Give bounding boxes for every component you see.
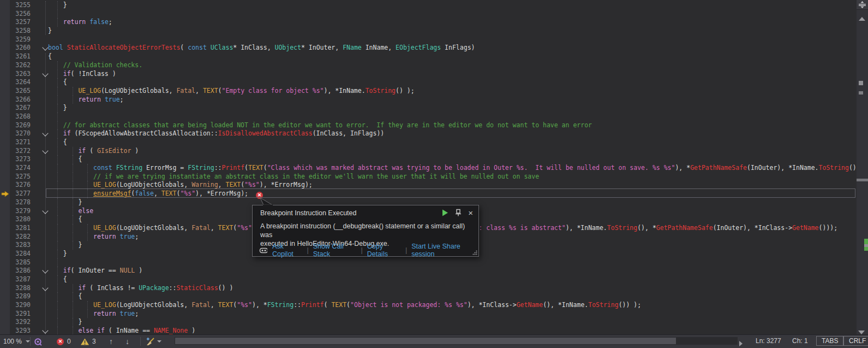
- code-line[interactable]: 3261{: [0, 52, 857, 61]
- code-line[interactable]: 3269 // for abstract classes that are be…: [0, 121, 857, 130]
- code-line[interactable]: 3262 // Validation checks.: [0, 61, 857, 70]
- code-text[interactable]: }: [0, 241, 82, 250]
- editor-split-handle[interactable]: [857, 0, 868, 10]
- code-text[interactable]: {: [0, 275, 67, 284]
- code-line[interactable]: 3287 {: [0, 275, 857, 284]
- code-line[interactable]: 3286 if( InOuter == NULL ): [0, 267, 857, 275]
- start-live-share-link[interactable]: Start Live Share session: [411, 243, 476, 258]
- broom-icon: [145, 337, 155, 346]
- scrollbar-mark: [859, 91, 863, 95]
- code-text[interactable]: {: [0, 292, 82, 301]
- code-text[interactable]: if( !InClass ): [0, 70, 116, 79]
- code-line[interactable]: 3258}: [0, 27, 857, 36]
- breakpoint-popup[interactable]: Breakpoint Instruction Executed × A brea…: [252, 205, 479, 257]
- code-text[interactable]: {: [0, 138, 67, 147]
- code-line[interactable]: 3263 if( !InClass ): [0, 70, 857, 79]
- code-line[interactable]: 3290 UE_LOG(LogUObjectGlobals, Fatal, TE…: [0, 301, 857, 310]
- code-line[interactable]: 3270 if (FScopedAllowAbstractClassAlloca…: [0, 129, 857, 138]
- code-text[interactable]: return true;: [0, 233, 139, 241]
- code-line[interactable]: 3267 }: [0, 104, 857, 113]
- code-text[interactable]: }: [0, 1, 67, 10]
- code-text[interactable]: UE_LOG(LogUObjectGlobals, Fatal, TEXT("E…: [0, 87, 415, 96]
- scrollbar-thumb[interactable]: [857, 179, 868, 181]
- code-text[interactable]: }: [0, 104, 67, 113]
- line-indicator[interactable]: Ln: 3277: [756, 334, 781, 347]
- code-line[interactable]: 3255 }: [0, 1, 857, 10]
- code-line[interactable]: 3271 {: [0, 138, 857, 147]
- code-text[interactable]: [0, 113, 63, 121]
- code-line[interactable]: 3289 {: [0, 292, 857, 301]
- code-text[interactable]: else: [0, 207, 93, 216]
- code-line[interactable]: 3257 return false;: [0, 18, 857, 27]
- pin-icon[interactable]: [455, 209, 462, 216]
- tabs-indicator[interactable]: TABS: [816, 334, 843, 347]
- code-line[interactable]: 3266 return true;: [0, 96, 857, 104]
- code-text[interactable]: if( InOuter == NULL ): [0, 267, 142, 275]
- tabs-indicator-value: TABS: [816, 336, 843, 346]
- code-text[interactable]: {: [0, 78, 67, 87]
- code-line[interactable]: 3291 return true;: [0, 310, 857, 318]
- vertical-scrollbar[interactable]: [857, 0, 868, 334]
- code-line[interactable]: 3268: [0, 113, 857, 121]
- line-indicator-value: Ln: 3277: [756, 337, 781, 345]
- error-count[interactable]: ✕ 0: [57, 335, 71, 348]
- prev-issue-button[interactable]: ↑: [109, 335, 113, 348]
- zoom-control[interactable]: 100 %: [3, 335, 30, 348]
- eol-indicator[interactable]: CRLF: [843, 334, 868, 347]
- code-text[interactable]: // Validation checks.: [0, 61, 142, 70]
- hscroll-thumb[interactable]: [175, 338, 676, 344]
- code-line[interactable]: 3274 const FString ErrorMsg = FString::P…: [0, 164, 857, 173]
- popup-resize-grip[interactable]: [472, 250, 477, 255]
- code-line[interactable]: 3292 }: [0, 318, 857, 327]
- code-text[interactable]: }: [0, 198, 82, 207]
- popup-callout-pointer: [259, 198, 273, 205]
- arrow-up-icon: [859, 17, 865, 21]
- warning-count[interactable]: 3: [81, 335, 96, 348]
- code-text[interactable]: {: [0, 155, 82, 164]
- code-line[interactable]: 3256: [0, 10, 857, 19]
- code-line[interactable]: 3265 UE_LOG(LogUObjectGlobals, Fatal, TE…: [0, 87, 857, 96]
- code-text[interactable]: const FString ErrorMsg = FString::Printf…: [0, 164, 857, 173]
- chevron-down-icon: [157, 340, 161, 343]
- code-line[interactable]: 3273 {: [0, 155, 857, 164]
- hscroll-right-button[interactable]: [739, 339, 743, 348]
- code-line[interactable]: 3285: [0, 258, 857, 267]
- code-line[interactable]: 3260bool StaticAllocateObjectErrorTests(…: [0, 44, 857, 52]
- code-text[interactable]: }: [0, 250, 67, 258]
- code-text[interactable]: // for abstract classes that are being l…: [0, 121, 592, 130]
- zoom-level: 100 %: [3, 338, 22, 345]
- code-text[interactable]: return true;: [0, 96, 124, 104]
- column-indicator[interactable]: Ch: 1: [792, 334, 808, 347]
- code-line[interactable]: 3288 if ( InClass != UPackage::StaticCla…: [0, 284, 857, 293]
- code-text[interactable]: if ( InClass != UPackage::StaticClass() …: [0, 284, 233, 293]
- code-text[interactable]: return true;: [0, 310, 139, 318]
- code-line[interactable]: 3272 if ( GIsEditor ): [0, 147, 857, 156]
- code-line[interactable]: 3275 // if we are trying instantiate an …: [0, 173, 857, 181]
- error-count-value: 0: [67, 338, 71, 345]
- health-indicator[interactable]: [34, 335, 42, 348]
- code-text[interactable]: bool StaticAllocateObjectErrorTests( con…: [0, 44, 475, 52]
- code-text[interactable]: }: [0, 318, 82, 327]
- show-call-stack-link[interactable]: Show Call Stack: [313, 243, 357, 258]
- next-issue-button[interactable]: ↓: [125, 335, 129, 348]
- code-text[interactable]: {: [0, 215, 82, 224]
- code-cleanup-button[interactable]: [145, 335, 161, 348]
- code-text[interactable]: if (FScopedAllowAbstractClassAllocation:…: [0, 129, 384, 138]
- code-text[interactable]: UE_LOG(LogUObjectGlobals, Fatal, TEXT("%…: [0, 301, 641, 310]
- ask-copilot-link[interactable]: Ask Copilot: [272, 243, 302, 258]
- code-text[interactable]: // if we are trying instantiate an abstr…: [0, 173, 539, 181]
- code-text[interactable]: }: [0, 27, 52, 36]
- copy-details-link[interactable]: Copy Details: [367, 243, 401, 258]
- continue-play-button[interactable]: [442, 209, 448, 216]
- warning-triangle-icon: [81, 338, 89, 345]
- code-text[interactable]: return false;: [0, 18, 112, 27]
- code-text[interactable]: [0, 36, 48, 44]
- code-line[interactable]: 3259: [0, 36, 857, 44]
- code-text[interactable]: [0, 10, 63, 19]
- code-line[interactable]: 3264 {: [0, 78, 857, 87]
- close-icon[interactable]: ×: [468, 209, 473, 216]
- scroll-up-button[interactable]: [859, 13, 865, 23]
- code-text[interactable]: {: [0, 52, 52, 61]
- code-text[interactable]: [0, 258, 63, 267]
- code-text[interactable]: if ( GIsEditor ): [0, 147, 139, 156]
